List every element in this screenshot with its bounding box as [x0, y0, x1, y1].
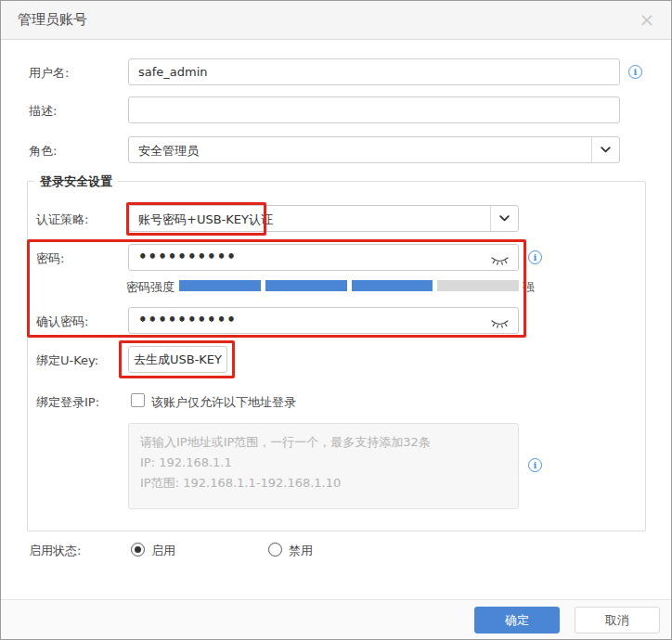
radio-enable[interactable]: [131, 543, 145, 557]
eye-closed-icon[interactable]: [490, 316, 510, 334]
chevron-down-icon: [591, 137, 619, 162]
radio-enable-label: 启用: [151, 543, 175, 559]
login-security-legend: 登录安全设置: [34, 173, 118, 190]
ukey-label: 绑定U-Key:: [36, 352, 98, 369]
username-info-icon[interactable]: i: [628, 65, 642, 79]
ip-placeholder-line: IP: 192.168.1.1: [140, 453, 507, 473]
username-input[interactable]: [128, 58, 620, 85]
eye-closed-icon[interactable]: [490, 253, 510, 271]
ip-placeholder-line: IP范围: 192.168.1.1-192.168.1.10: [140, 473, 507, 493]
dialog-header: 管理员账号 ×: [1, 1, 671, 40]
confirm-password-masked-value: ••••••••••: [138, 307, 237, 334]
password-masked-value: ••••••••••: [138, 244, 237, 271]
auth-policy-value: 账号密码+USB-KEY认证: [138, 211, 273, 228]
radio-disable-label: 禁用: [289, 543, 313, 559]
dialog-footer: 确定 取消: [1, 599, 671, 640]
bind-ip-checkbox[interactable]: [131, 393, 145, 407]
confirm-password-label: 确认密码:: [36, 314, 88, 330]
strength-label: 密码强度: [126, 279, 174, 296]
ip-textarea[interactable]: 请输入IP地址或IP范围，一行一个，最多支持添加32条 IP: 192.168.…: [128, 423, 519, 509]
role-select-value: 安全管理员: [138, 143, 199, 160]
status-label: 启用状态:: [29, 543, 81, 559]
close-icon[interactable]: ×: [636, 8, 658, 31]
dialog-title: 管理员账号: [18, 11, 87, 29]
password-input[interactable]: ••••••••••: [128, 244, 519, 271]
role-label: 角色:: [29, 143, 57, 160]
bind-ip-checkbox-label: 该账户仅允许以下地址登录: [151, 394, 296, 411]
bind-ip-info-icon[interactable]: i: [528, 458, 542, 472]
strength-bars: [179, 280, 519, 291]
cancel-button[interactable]: 取消: [575, 607, 660, 634]
bind-ip-label: 绑定登录IP:: [36, 394, 99, 411]
radio-disable[interactable]: [268, 543, 282, 557]
ip-placeholder-line: 请输入IP地址或IP范围，一行一个，最多支持添加32条: [140, 432, 507, 453]
admin-account-dialog: 管理员账号 × 用户名: i 描述: 角色: 安全管理员 登录安全设置 认证策略…: [0, 0, 672, 640]
description-label: 描述:: [29, 103, 57, 120]
username-label: 用户名:: [29, 65, 69, 82]
ok-button[interactable]: 确定: [474, 607, 560, 634]
auth-policy-select[interactable]: 账号密码+USB-KEY认证: [128, 205, 519, 232]
auth-policy-label: 认证策略:: [36, 211, 88, 228]
generate-usbkey-button[interactable]: 去生成USB-KEY: [128, 346, 227, 373]
password-label: 密码:: [36, 250, 64, 267]
password-info-icon[interactable]: i: [528, 250, 542, 264]
role-select[interactable]: 安全管理员: [128, 136, 620, 163]
chevron-down-icon: [490, 206, 518, 231]
strength-level-text: 强: [523, 279, 535, 296]
description-input[interactable]: [128, 96, 620, 123]
confirm-password-input[interactable]: ••••••••••: [128, 307, 519, 334]
